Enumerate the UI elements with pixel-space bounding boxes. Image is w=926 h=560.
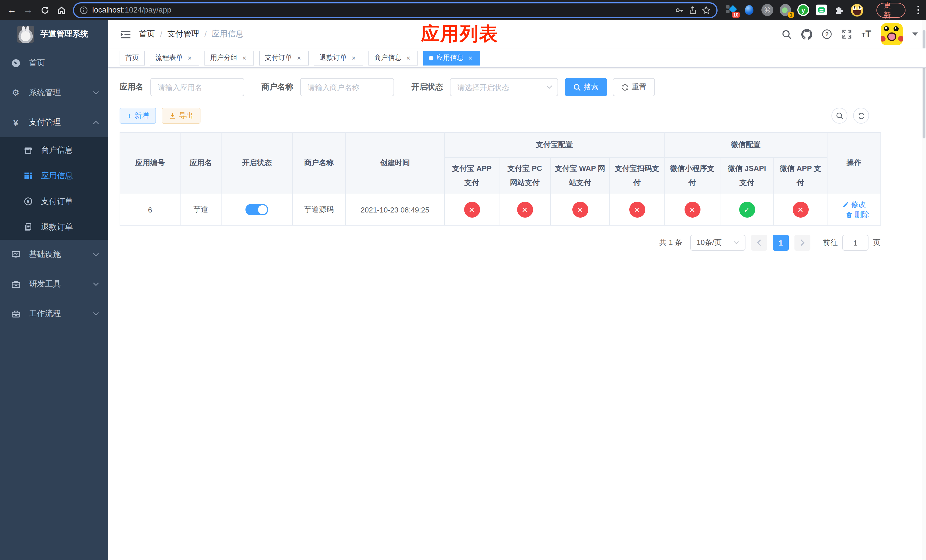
sidebar-collapse-button[interactable]	[115, 24, 136, 44]
extensions-puzzle-icon[interactable]	[833, 4, 844, 16]
sidebar-item-label: 支付订单	[41, 196, 73, 206]
sidebar-item-label: 系统管理	[29, 88, 61, 98]
enabled-toggle[interactable]	[245, 204, 268, 216]
breadcrumb-current: 应用信息	[212, 29, 244, 39]
col-header-alipay-qr: 支付宝扫码支付	[610, 157, 664, 194]
cell-merchant: 芋道源码	[292, 194, 345, 226]
close-icon[interactable]: ×	[186, 54, 194, 62]
sidebar-item-refund-orders[interactable]: 退款订单	[0, 214, 108, 240]
fullscreen-icon[interactable]	[842, 29, 852, 39]
github-icon[interactable]	[801, 29, 812, 39]
tab-process-form[interactable]: 流程表单×	[150, 50, 199, 65]
font-size-icon[interactable]: TT	[862, 29, 872, 40]
page-size-value: 10条/页	[696, 238, 722, 248]
scrollbar-thumb[interactable]	[923, 30, 925, 138]
merchant-name-input[interactable]	[300, 78, 394, 96]
screen: localhost:1024/pay/app 10 1 y	[0, 0, 926, 560]
trash-icon	[846, 211, 852, 218]
browser-home-button[interactable]	[53, 2, 70, 18]
logo-rabbit-image	[17, 26, 34, 43]
breadcrumb-payment[interactable]: 支付管理	[168, 29, 199, 39]
extension-badge: 10	[732, 12, 740, 18]
app-name-input[interactable]	[150, 78, 244, 96]
navbar-actions: ? TT	[782, 23, 918, 45]
help-icon[interactable]: ?	[822, 29, 832, 39]
group-header-wechat: 微信配置	[664, 132, 827, 157]
export-button[interactable]: 导出	[162, 107, 200, 124]
share-icon[interactable]	[688, 5, 697, 15]
user-avatar[interactable]	[881, 23, 903, 45]
extension-balloon-icon[interactable]	[743, 4, 755, 16]
pagination-total: 共 1 条	[659, 238, 682, 248]
tab-label: 应用信息	[436, 53, 464, 63]
page-scrollbar[interactable]	[922, 20, 926, 560]
bookmark-star-icon[interactable]	[702, 5, 711, 15]
add-button[interactable]: 新增	[120, 107, 156, 124]
extension-timer-icon[interactable]: 1	[779, 4, 791, 16]
toolbox-icon	[11, 280, 21, 289]
extension-badge: 1	[788, 12, 794, 18]
status-wx-mini: ✕	[684, 202, 700, 218]
extension-devtools-icon[interactable]: 10	[726, 4, 737, 16]
edit-link[interactable]: 修改	[842, 200, 866, 210]
prev-page-button[interactable]	[751, 235, 767, 251]
sidebar-item-payment[interactable]: 支付管理	[0, 107, 108, 137]
avatar-dropdown-caret[interactable]	[912, 32, 918, 36]
toggle-search-button[interactable]	[831, 107, 847, 124]
browser-forward-button[interactable]	[20, 2, 36, 18]
chrome-update-button[interactable]: 更新	[876, 3, 905, 17]
refresh-table-button[interactable]	[853, 107, 869, 124]
download-icon	[169, 112, 176, 120]
extension-command-icon[interactable]	[761, 4, 773, 16]
sidebar-item-label: 退款订单	[41, 222, 73, 232]
tab-app-info[interactable]: 应用信息×	[423, 50, 480, 65]
sidebar-item-workflow[interactable]: 工作流程	[0, 299, 108, 329]
col-header-alipay-app: 支付宝 APP 支付	[445, 157, 499, 194]
extension-yuque-icon[interactable]: y	[797, 4, 809, 16]
page-size-select[interactable]: 10条/页	[690, 235, 746, 251]
breadcrumb-home[interactable]: 首页	[139, 29, 155, 39]
browser-back-button[interactable]	[3, 2, 20, 18]
tab-pay-orders[interactable]: 支付订单×	[259, 50, 309, 65]
search-button[interactable]: 搜索	[565, 78, 607, 96]
sidebar-item-infrastructure[interactable]: 基础设施	[0, 240, 108, 269]
sidebar-item-system[interactable]: 系统管理	[0, 78, 108, 107]
close-icon[interactable]: ×	[350, 54, 358, 62]
close-icon[interactable]: ×	[295, 54, 303, 62]
tab-home[interactable]: 首页	[120, 50, 145, 65]
goto-label: 前往	[823, 238, 838, 248]
browser-reload-button[interactable]	[36, 2, 53, 18]
close-icon[interactable]: ×	[240, 54, 248, 62]
sidebar-item-pay-orders[interactable]: ¥ 支付订单	[0, 189, 108, 214]
tab-merchant-info[interactable]: 商户信息×	[368, 50, 418, 65]
page-number-1[interactable]: 1	[773, 235, 789, 251]
reset-button[interactable]: 重置	[613, 78, 655, 96]
gear-icon	[11, 88, 21, 98]
delete-link[interactable]: 删除	[846, 210, 869, 220]
next-page-button[interactable]	[794, 235, 810, 251]
address-bar[interactable]: localhost:1024/pay/app	[73, 2, 717, 18]
delete-link-label: 删除	[855, 210, 869, 220]
close-icon[interactable]: ×	[404, 54, 412, 62]
browser-menu-button[interactable]	[914, 4, 923, 16]
sidebar-item-merchant-info[interactable]: 商户信息	[0, 137, 108, 163]
sidebar-item-dev-tools[interactable]: 研发工具	[0, 269, 108, 299]
goto-page-input[interactable]	[842, 235, 869, 251]
sidebar-item-app-info[interactable]: 应用信息	[0, 163, 108, 189]
password-key-icon[interactable]	[675, 5, 684, 15]
tab-refund-orders[interactable]: 退款订单×	[314, 50, 363, 65]
status-select-input[interactable]	[450, 78, 558, 96]
sidebar-logo[interactable]: 芋道管理系统	[0, 20, 108, 48]
close-icon[interactable]: ×	[466, 54, 474, 62]
breadcrumb-separator: /	[160, 30, 162, 39]
table-toolbar: 新增 导出	[120, 107, 915, 124]
status-select[interactable]	[450, 78, 558, 96]
col-header-wx-mini: 微信小程序支付	[664, 157, 720, 194]
tab-label: 流程表单	[156, 53, 183, 63]
tab-user-group[interactable]: 用户分组×	[204, 50, 254, 65]
site-info-icon[interactable]	[80, 6, 88, 14]
browser-profile-avatar[interactable]	[851, 4, 863, 16]
sidebar-item-home[interactable]: 首页	[0, 48, 108, 78]
extension-chat-icon[interactable]	[816, 4, 827, 16]
header-search-icon[interactable]	[782, 29, 791, 39]
